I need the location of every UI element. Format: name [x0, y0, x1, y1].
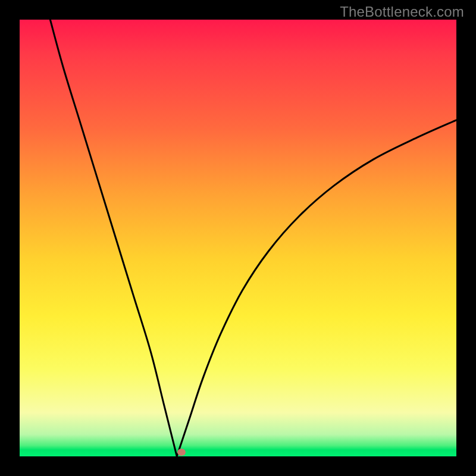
bottleneck-curve [20, 20, 456, 456]
curve-right-branch [177, 120, 456, 456]
watermark-text: TheBottleneck.com [340, 4, 464, 20]
plot-area [20, 20, 456, 456]
chart-frame: TheBottleneck.com [0, 0, 476, 476]
curve-left-branch [50, 20, 177, 456]
vertex-marker [177, 449, 186, 456]
